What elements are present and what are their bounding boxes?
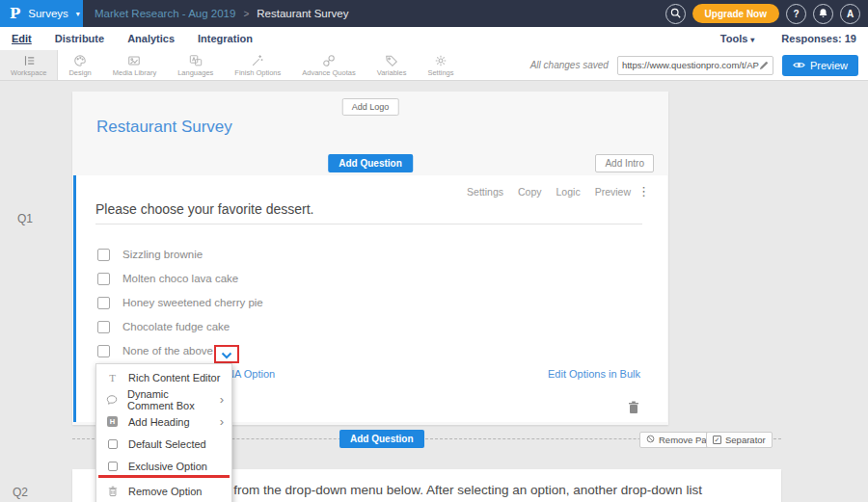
answer-option-label[interactable]: Sizzling brownie [122, 249, 203, 260]
upgrade-now-button[interactable]: Upgrade Now [692, 4, 779, 23]
notifications-button[interactable] [813, 4, 833, 24]
media-library-icon [127, 54, 141, 67]
question-logic-link[interactable]: Logic [556, 186, 581, 198]
surveys-label: Surveys [28, 8, 68, 19]
submenu-arrow-icon: › [220, 415, 231, 428]
toolbar-item-label: Advance Quotas [302, 68, 355, 77]
checkbox-icon [106, 439, 119, 449]
toolbar-item-label: Languages [177, 68, 213, 77]
checkbox[interactable] [97, 249, 110, 261]
answer-option-label[interactable]: Honey sweetened cherry pie [122, 297, 263, 308]
menu-item-dynamic-comment-box[interactable]: Dynamic Comment Box › [96, 388, 231, 410]
toolbar-item-finish-options[interactable]: Finish Options [224, 50, 291, 80]
checkbox-icon [106, 462, 119, 471]
chevron-down-icon: ▾ [76, 10, 80, 18]
survey-url-value: https://www.questionpro.com/t/APNrFZ [622, 60, 759, 70]
toolbar-item-settings[interactable]: Settings [417, 50, 464, 80]
chevron-down-icon[interactable] [221, 346, 232, 363]
settings-icon [434, 54, 448, 67]
add-question-button-top[interactable]: Add Question [328, 154, 413, 172]
breadcrumb-current: Restaurant Survey [257, 8, 348, 19]
menu-item-add-heading[interactable]: H Add Heading › [96, 410, 231, 433]
survey-title[interactable]: Restaurant Survey [96, 118, 232, 137]
search-button[interactable] [665, 4, 686, 24]
menu-item-default-selected[interactable]: Default Selected [96, 433, 231, 455]
question-settings-link[interactable]: Settings [467, 186, 503, 198]
answer-option-row: Honey sweetened cherry pie [97, 293, 263, 312]
finish-options-icon [251, 54, 264, 67]
option-context-menu: T Rich Content Editor Dynamic Comment Bo… [95, 363, 232, 502]
menu-item-remove-option[interactable]: Remove Option [96, 480, 231, 502]
add-intro-button[interactable]: Add Intro [595, 154, 654, 172]
heading-icon: H [106, 416, 119, 427]
responses-count[interactable]: Responses: 19 [781, 33, 856, 44]
add-question-button-bottom[interactable]: Add Question [339, 430, 424, 448]
help-button[interactable]: ? [786, 4, 806, 24]
question-preview-link[interactable]: Preview [595, 186, 631, 198]
comment-icon [106, 394, 118, 406]
tab-distribute[interactable]: Distribute [55, 33, 104, 44]
toolbar-item-media-library[interactable]: Media Library [102, 50, 167, 80]
menu-item-label: Add Heading [128, 416, 190, 428]
design-icon [73, 54, 87, 67]
kebab-menu-icon[interactable]: ⋮ [637, 184, 650, 198]
surveys-menu-button[interactable]: P Surveys ▾ [0, 0, 83, 27]
toolbar-item-label: Media Library [113, 68, 156, 77]
delete-question-button[interactable] [628, 401, 639, 418]
answer-option-label[interactable]: None of the above [122, 345, 213, 357]
trash-icon [106, 486, 119, 497]
avatar[interactable]: A [840, 4, 860, 24]
toolbar-item-label: Workspace [11, 68, 46, 77]
variables-icon [385, 54, 398, 67]
tab-integration[interactable]: Integration [198, 33, 253, 44]
answer-option-row: None of the above [97, 341, 213, 360]
answer-option-label[interactable]: Molten choco lava cake [122, 273, 238, 284]
checkbox[interactable] [97, 297, 110, 309]
editor-toolbar: Workspace Design Media Library Languages… [0, 50, 868, 81]
save-status: All changes saved [530, 60, 609, 70]
toolbar-item-label: Settings [427, 68, 453, 77]
topbar-actions: Upgrade Now ? A [665, 0, 860, 27]
breadcrumb-separator: > [243, 9, 249, 19]
edit-options-in-bulk-link[interactable]: Edit Options in Bulk [548, 368, 640, 380]
menu-item-label: Exclusive Option [128, 461, 207, 472]
menu-item-label: Remove Option [128, 486, 202, 497]
menu-item-rich-content-editor[interactable]: T Rich Content Editor [96, 366, 231, 388]
pencil-icon[interactable] [759, 57, 769, 74]
exclusive-option-annotation-underline [98, 475, 230, 478]
question-text[interactable]: Please choose your favorite dessert. [95, 201, 313, 217]
toolbar-item-languages[interactable]: Languages [167, 50, 224, 80]
chevron-down-icon: ▾ [750, 36, 754, 44]
toolbar-item-label: Variables [377, 68, 407, 77]
answer-option-label[interactable]: Chocolate fudge cake [122, 321, 230, 332]
toolbar-item-advance-quotas[interactable]: Advance Quotas [291, 50, 366, 80]
survey-url-field[interactable]: https://www.questionpro.com/t/APNrFZ [617, 56, 773, 75]
tab-analytics[interactable]: Analytics [127, 33, 175, 44]
tools-menu[interactable]: Tools▾ [720, 33, 755, 44]
checkbox[interactable] [97, 321, 110, 333]
separator-button[interactable]: ✓ Separator [706, 432, 773, 448]
breadcrumb-parent-link[interactable]: Market Research - Aug 2019 [95, 8, 235, 19]
toolbar-item-label: Finish Options [234, 68, 281, 77]
languages-icon [189, 54, 203, 67]
toolbar-item-workspace[interactable]: Workspace [0, 50, 58, 80]
menu-item-label: Rich Content Editor [128, 372, 220, 383]
tab-edit[interactable]: Edit [12, 33, 32, 44]
top-bar: P Surveys ▾ Market Research - Aug 2019 >… [0, 0, 868, 27]
advance-quotas-icon [322, 54, 336, 67]
answer-option-row: Chocolate fudge cake [97, 317, 230, 336]
toolbar-item-variables[interactable]: Variables [366, 50, 418, 80]
menu-item-label: Default Selected [128, 438, 206, 450]
menu-item-exclusive-option[interactable]: Exclusive Option [96, 455, 231, 477]
toolbar-item-label: Design [68, 68, 91, 77]
na-option-link[interactable]: NA Option [227, 368, 275, 380]
question-copy-link[interactable]: Copy [518, 186, 542, 198]
preview-button[interactable]: Preview [782, 55, 858, 76]
menu-item-label: Dynamic Comment Box [127, 388, 210, 411]
add-logo-button[interactable]: Add Logo [342, 98, 399, 116]
checkbox[interactable] [97, 273, 110, 285]
workspace-icon [22, 54, 36, 67]
toolbar-item-design[interactable]: Design [58, 50, 101, 80]
checkbox[interactable] [97, 345, 110, 357]
breadcrumb: Market Research - Aug 2019 > Restaurant … [95, 0, 348, 27]
